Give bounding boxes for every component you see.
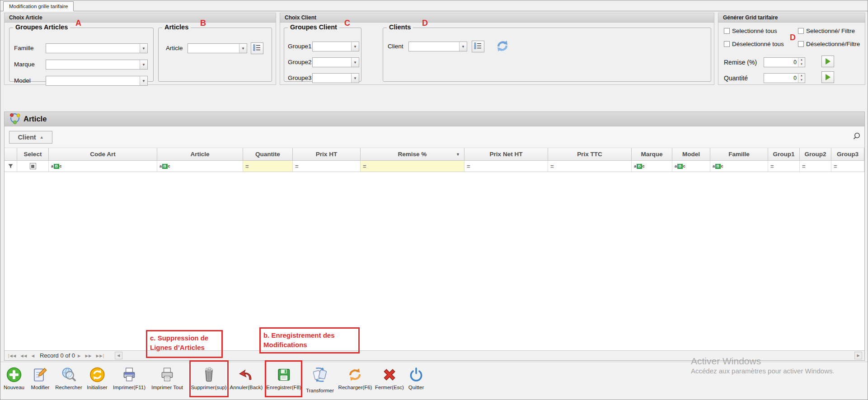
spinner-arrows[interactable]: ▲▼ (798, 74, 805, 83)
apply-remise-button[interactable] (821, 56, 834, 67)
select-all-checkbox[interactable] (30, 163, 36, 169)
column-header-famille[interactable]: Famille (710, 148, 768, 160)
chevron-down-icon[interactable]: ▼ (351, 42, 359, 51)
filter-funnel-icon (8, 163, 14, 169)
filter-cell-prix-net-ht[interactable]: = (464, 161, 548, 172)
checkbox-selectionne-tous[interactable]: Selectionné tous (724, 28, 777, 34)
group-by-client-button[interactable]: Client ▲ (9, 131, 52, 144)
checkbox-icon[interactable] (798, 41, 804, 47)
filter-cell-article[interactable]: aBc (157, 161, 243, 172)
panel-choix-article: Choix Article Groupes Articles A Famille… (4, 13, 276, 85)
checkbox-icon[interactable] (724, 28, 730, 34)
h-scrollbar-left-button[interactable]: ◀ (115, 352, 122, 359)
annotation-letter-d2: D (790, 33, 796, 42)
filter-cell-prix-ttc[interactable]: = (548, 161, 632, 172)
refresh-clients-icon[interactable] (495, 39, 510, 53)
column-header-select[interactable]: Select (17, 148, 49, 160)
filter-cell-prix-ht[interactable]: = (293, 161, 361, 172)
filter-cell-remise[interactable]: = (361, 161, 464, 172)
checkbox-deselectionne-tous[interactable]: Déselectionné tous (724, 41, 784, 47)
column-header-marque[interactable]: Marque (632, 148, 672, 160)
filter-cell-quantite[interactable]: = (243, 161, 293, 172)
groupe3-combobox[interactable]: ▼ (312, 73, 359, 83)
nav-next-page-button[interactable]: ▶▶ (85, 353, 92, 358)
toolbar-button-rechercher[interactable]: Rechercher (55, 366, 82, 390)
filter-cell-code-art[interactable]: aBc (49, 161, 157, 172)
filter-dropdown-icon[interactable]: ▼ (456, 152, 460, 157)
toolbar-button-recharger-f6[interactable]: Recharger(F6) (338, 366, 372, 390)
filter-cell-select[interactable] (17, 161, 49, 172)
nav-first-button[interactable]: |◀◀ (8, 353, 16, 358)
chevron-down-icon[interactable]: ▼ (351, 74, 359, 83)
power-icon (408, 366, 425, 384)
column-header-group2[interactable]: Group2 (800, 148, 831, 160)
column-header-article[interactable]: Article (157, 148, 243, 160)
annotation-letter-a: A (75, 19, 81, 28)
column-header-prix-ttc[interactable]: Prix TTC (548, 148, 632, 160)
famille-combobox[interactable]: ▼ (46, 43, 148, 53)
chevron-down-icon[interactable]: ▼ (140, 60, 147, 69)
chevron-down-icon[interactable]: ▼ (140, 76, 147, 85)
column-header-label: Group1 (773, 151, 794, 158)
grid-body-empty[interactable] (5, 172, 864, 350)
toolbar-button-fermer-esc[interactable]: Fermer(Esc) (375, 366, 404, 390)
nav-prev-page-button[interactable]: ◀◀ (20, 353, 27, 358)
groupe1-combobox[interactable]: ▼ (312, 42, 359, 51)
toolbar-button-transformer[interactable]: Transformer (306, 366, 334, 393)
h-scrollbar-right-button[interactable]: ▶ (854, 352, 862, 359)
spinner-arrows[interactable]: ▲▼ (798, 58, 805, 67)
toolbar-button-modifier[interactable]: Modifier (31, 366, 50, 390)
play-icon (826, 58, 830, 65)
nav-last-button[interactable]: ▶▶| (96, 353, 104, 358)
column-header-prix-net-ht[interactable]: Prix Net HT (464, 148, 548, 160)
toolbar-button-nouveau[interactable]: Nouveau (4, 366, 24, 390)
tab-modification-grille-tarifaire[interactable]: Modification grille tarifaire (3, 1, 74, 11)
toolbar-button-imprimer-tout[interactable]: Imprimer Tout (151, 366, 183, 390)
checkbox-icon[interactable] (724, 41, 730, 47)
toolbar-button-initialiser[interactable]: Initialiser (87, 366, 107, 390)
model-combobox[interactable]: ▼ (46, 76, 148, 86)
filter-cell-group3[interactable]: = (831, 161, 864, 172)
filter-cell-famille[interactable]: aBc (710, 161, 768, 172)
toolbar-button-imprimer-f11[interactable]: Imprimer(F11) (113, 366, 145, 390)
groupe2-combobox[interactable]: ▼ (312, 57, 359, 67)
chevron-down-icon[interactable]: ▼ (459, 42, 467, 51)
column-header-model[interactable]: Model (672, 148, 710, 160)
filter-cell-indicator[interactable] (5, 161, 17, 172)
column-header-group1[interactable]: Group1 (768, 148, 800, 160)
chevron-down-icon[interactable]: ▼ (140, 44, 147, 53)
search-globe-icon (55, 366, 82, 384)
chevron-down-icon[interactable]: ▼ (351, 58, 359, 67)
column-header-indicator[interactable] (5, 148, 17, 160)
chevron-down-icon[interactable]: ▼ (239, 44, 247, 53)
marque-combobox[interactable]: ▼ (46, 60, 148, 70)
filter-cell-marque[interactable]: aBc (632, 161, 672, 172)
toolbar-button-quitter[interactable]: Quitter (408, 366, 425, 390)
nav-prev-button[interactable]: ◀ (31, 353, 35, 358)
checkbox-deselectionne-filtre[interactable]: Déselectionné/Filtre (798, 41, 860, 47)
checkbox-label: Selectionné/ Filtre (806, 28, 855, 34)
filter-cell-model[interactable]: aBc (672, 161, 710, 172)
checkbox-icon[interactable] (798, 28, 804, 34)
column-header-code-art[interactable]: Code Art (49, 148, 157, 160)
numeric-filter-icon: = (363, 163, 366, 170)
article-list-button[interactable] (251, 42, 263, 54)
nav-next-button[interactable]: ▶ (78, 353, 81, 358)
column-header-group3[interactable]: Group3 (831, 148, 864, 160)
column-header-prix-ht[interactable]: Prix HT (293, 148, 361, 160)
checkbox-selectionne-filtre[interactable]: Selectionné/ Filtre (798, 28, 855, 34)
toolbar-button-annuler-back[interactable]: Annuler(Back) (230, 366, 263, 390)
grid-search-icon[interactable] (852, 132, 861, 143)
column-header-quantite[interactable]: Quantite (243, 148, 293, 160)
column-header-remise[interactable]: Remise %▼ (361, 148, 464, 160)
apply-quantite-button[interactable] (821, 71, 834, 83)
article-combobox[interactable]: ▼ (188, 43, 247, 53)
remise-spinner[interactable]: 0▲▼ (764, 57, 805, 67)
annotation-frame-enregistrer (265, 360, 302, 397)
client-combobox[interactable]: ▼ (408, 42, 467, 51)
client-list-button[interactable] (472, 41, 484, 52)
filter-cell-group1[interactable]: = (768, 161, 800, 172)
annotation-frame-supprimer (189, 360, 229, 397)
filter-cell-group2[interactable]: = (800, 161, 831, 172)
quantite-spinner[interactable]: 0▲▼ (764, 73, 805, 83)
